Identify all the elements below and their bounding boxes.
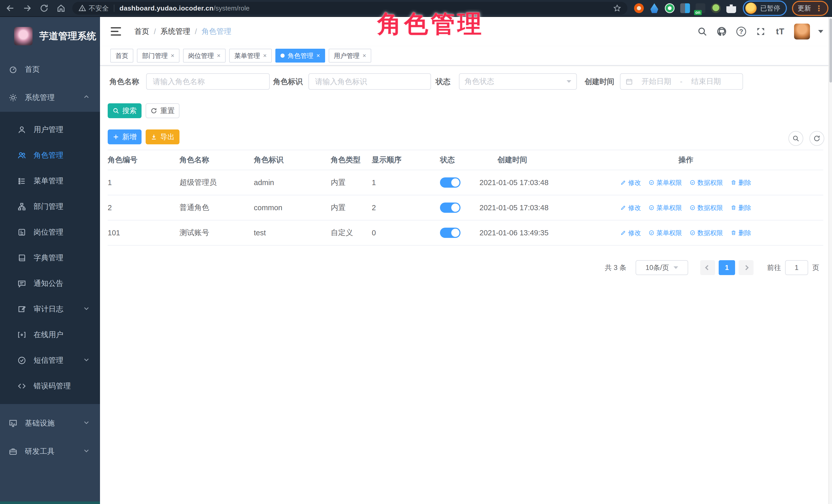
app-logo-row[interactable]: 芋道管理系统 — [0, 17, 100, 55]
page-scrollbar[interactable] — [828, 17, 832, 504]
browser-home-button[interactable] — [54, 2, 68, 15]
sidebar-item-audit-log[interactable]: 审计日志 — [0, 296, 100, 322]
breadcrumb-system[interactable]: 系统管理 — [160, 26, 190, 37]
sidebar-item-online-users[interactable]: 在线用户 — [0, 322, 100, 348]
edit-link[interactable]: 修改 — [621, 229, 641, 237]
tab-home[interactable]: 首页 — [110, 49, 133, 62]
tab-roles-active[interactable]: 角色管理 × — [276, 49, 325, 62]
create-time-range-picker[interactable]: 开始日期 - 结束日期 — [620, 73, 743, 90]
breadcrumb-current: 角色管理 — [202, 26, 231, 37]
scrollbar-thumb[interactable] — [829, 19, 832, 83]
next-page-button[interactable] — [739, 260, 754, 275]
tab-menus[interactable]: 菜单管理 × — [229, 49, 272, 62]
col-header-sort: 显示顺序 — [372, 155, 433, 165]
sidebar-item-infrastructure[interactable]: 基础设施 — [0, 409, 100, 437]
close-icon[interactable]: × — [316, 52, 320, 59]
search-button[interactable]: 搜索 — [108, 103, 141, 118]
sidebar-item-departments[interactable]: 部门管理 — [0, 194, 100, 219]
extension-icon-blocks[interactable] — [680, 3, 690, 13]
close-icon[interactable]: × — [217, 52, 220, 59]
extension-icon-dark-on[interactable]: on — [696, 3, 705, 13]
extension-icon-orange[interactable] — [634, 3, 644, 13]
plus-icon — [112, 134, 119, 140]
sidebar-item-dict[interactable]: 字典管理 — [0, 245, 100, 271]
goto-page-group: 前往 页 — [767, 260, 819, 275]
close-icon[interactable]: × — [363, 52, 366, 59]
browser-back-button[interactable] — [4, 2, 17, 15]
url-host: dashboard.yudao.iocoder.cn — [120, 4, 214, 12]
search-icon[interactable] — [697, 26, 708, 37]
pagination-total: 共 3 条 — [605, 263, 626, 272]
toggle-search-button[interactable] — [788, 131, 803, 146]
extension-icon-green-circle[interactable] — [665, 3, 675, 13]
toggle-knob — [451, 204, 460, 212]
extension-icon-monkey[interactable] — [711, 3, 721, 13]
extension-icon-blue-drop[interactable] — [649, 3, 659, 13]
data-permission-link[interactable]: 数据权限 — [690, 179, 723, 187]
sidebar-item-posts[interactable]: 岗位管理 — [0, 219, 100, 245]
add-button[interactable]: 新增 — [108, 130, 141, 144]
table-header-row: 角色编号 角色名称 角色标识 角色类型 显示顺序 状态 创建时间 操作 — [108, 150, 823, 170]
status-toggle[interactable] — [440, 228, 461, 238]
refresh-icon — [813, 135, 821, 142]
sidebar-item-home[interactable]: 首页 — [0, 55, 100, 84]
user-avatar[interactable] — [794, 24, 810, 39]
sidebar-item-dev-tools[interactable]: 研发工具 — [0, 437, 100, 466]
page-size-select[interactable]: 10条/页 — [635, 260, 688, 275]
browser-profile-chip[interactable]: 已暂停 — [743, 1, 787, 16]
browser-menu-kebab-icon[interactable]: ⋮ — [815, 4, 823, 13]
breadcrumb-home[interactable]: 首页 — [134, 26, 149, 37]
menu-permission-link[interactable]: 菜单权限 — [649, 229, 682, 237]
sidebar-item-notice[interactable]: 通知公告 — [0, 271, 100, 296]
sidebar-item-sms[interactable]: 短信管理 — [0, 348, 100, 373]
status-select[interactable]: 角色状态 — [459, 73, 577, 90]
data-permission-link[interactable]: 数据权限 — [690, 204, 723, 212]
browser-reload-button[interactable] — [37, 2, 51, 15]
sidebar-item-label: 审计日志 — [33, 304, 63, 314]
sidebar-item-label: 角色管理 — [33, 150, 63, 160]
sidebar-item-menus[interactable]: 菜单管理 — [0, 168, 100, 194]
delete-link[interactable]: 删除 — [731, 179, 751, 187]
sidebar-item-users[interactable]: 用户管理 — [0, 117, 100, 142]
role-name-input[interactable] — [146, 73, 270, 90]
reset-button[interactable]: 重置 — [146, 103, 180, 118]
edit-link[interactable]: 修改 — [621, 179, 641, 187]
sidebar-item-error-codes[interactable]: 错误码管理 — [0, 373, 100, 399]
data-permission-link[interactable]: 数据权限 — [690, 229, 723, 237]
security-warning[interactable]: 不安全 — [78, 4, 109, 13]
close-icon[interactable]: × — [263, 52, 267, 59]
menu-permission-link[interactable]: 菜单权限 — [649, 204, 682, 212]
sidebar-toggle-icon[interactable] — [111, 27, 121, 36]
refresh-table-button[interactable] — [809, 131, 824, 146]
menu-list-icon — [17, 176, 26, 186]
role-key-input[interactable] — [308, 73, 431, 90]
delete-link[interactable]: 删除 — [731, 229, 751, 237]
sidebar-item-roles[interactable]: 角色管理 — [0, 142, 100, 168]
extension-icon-puzzle[interactable] — [726, 3, 736, 13]
tab-users[interactable]: 用户管理 × — [329, 49, 371, 62]
prev-page-button[interactable] — [700, 260, 715, 275]
cell-name: 超级管理员 — [180, 178, 254, 188]
bookmark-star-icon[interactable] — [613, 4, 621, 12]
tab-departments[interactable]: 部门管理 × — [137, 49, 180, 62]
github-icon[interactable] — [716, 26, 727, 37]
goto-page-input[interactable] — [785, 260, 808, 275]
fullscreen-icon[interactable] — [755, 26, 766, 37]
browser-update-button[interactable]: 更新 ⋮ — [792, 1, 828, 16]
avatar-caret-icon[interactable] — [818, 30, 823, 33]
tab-posts[interactable]: 岗位管理 × — [183, 49, 226, 62]
col-header-status: 状态 — [433, 155, 479, 165]
page-number-1[interactable]: 1 — [719, 260, 735, 275]
browser-forward-button[interactable] — [21, 2, 34, 15]
menu-permission-link[interactable]: 菜单权限 — [649, 179, 682, 187]
status-toggle[interactable] — [440, 178, 461, 188]
delete-link[interactable]: 删除 — [731, 204, 751, 212]
sidebar-item-system[interactable]: 系统管理 — [0, 84, 100, 112]
close-icon[interactable]: × — [171, 52, 174, 59]
help-icon[interactable]: ? — [735, 26, 747, 37]
edit-link[interactable]: 修改 — [621, 204, 641, 212]
font-size-icon[interactable]: tT — [775, 26, 786, 37]
status-toggle[interactable] — [440, 203, 461, 213]
export-button[interactable]: 导出 — [146, 130, 180, 144]
address-bar[interactable]: 不安全 dashboard.yudao.iocoder.cn/system/ro… — [72, 2, 627, 15]
